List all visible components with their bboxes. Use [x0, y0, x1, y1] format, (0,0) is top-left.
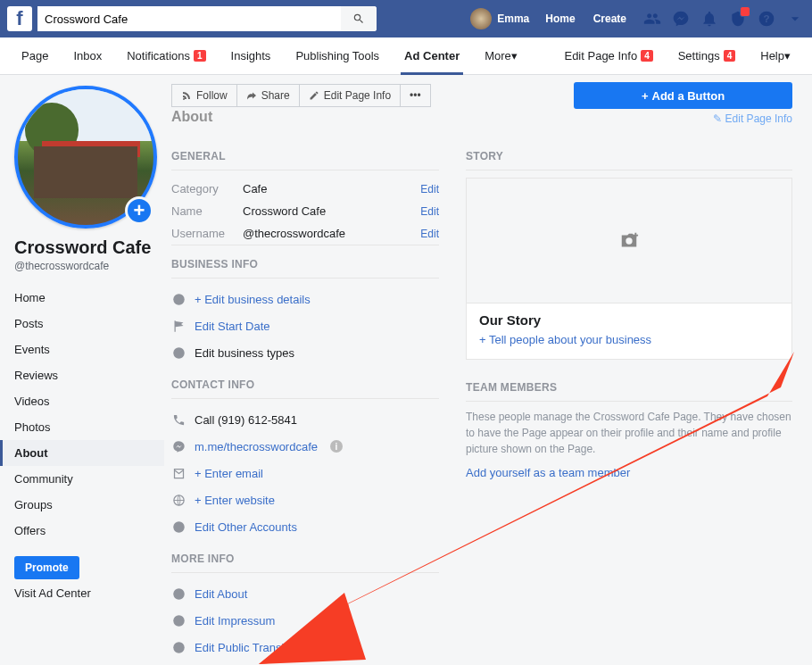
edit-transit-row[interactable]: Edit Public Transit — [171, 634, 439, 661]
nav-home[interactable]: Home — [536, 12, 584, 25]
menu-caret-icon[interactable] — [785, 9, 805, 29]
edit-about-row[interactable]: Edit About — [171, 580, 439, 607]
add-photo-icon[interactable]: + — [125, 196, 153, 225]
info-icon — [172, 614, 186, 628]
tab-inbox[interactable]: Inbox — [70, 37, 105, 75]
action-buttons: Follow Share Edit Page Info ••• — [171, 84, 431, 107]
rss-icon — [181, 90, 192, 101]
notifications-icon[interactable] — [700, 9, 719, 29]
leftnav-photos[interactable]: Photos — [0, 414, 164, 440]
more-heading: MORE INFO — [171, 553, 439, 565]
info-icon — [172, 293, 186, 306]
svg-point-8 — [173, 642, 185, 653]
tab-editpageinfo[interactable]: Edit Page Info4 — [560, 37, 656, 75]
info-icon — [172, 587, 186, 601]
tab-settings[interactable]: Settings4 — [675, 37, 740, 75]
mail-icon — [172, 467, 186, 480]
friends-icon[interactable] — [642, 9, 662, 29]
edit-name[interactable]: Edit — [420, 205, 439, 218]
help-icon[interactable]: ? — [757, 9, 776, 29]
add-a-button[interactable]: + Add a Button — [574, 82, 792, 109]
search-button[interactable] — [341, 6, 377, 31]
edit-business-types[interactable]: Edit business types — [171, 339, 439, 366]
story-title: Our Story — [479, 312, 779, 328]
edit-category[interactable]: Edit — [420, 183, 439, 195]
tab-adcenter[interactable]: Ad Center — [401, 37, 463, 75]
leftnav-groups[interactable]: Groups — [0, 492, 164, 518]
other-accounts-row[interactable]: Edit Other Accounts — [171, 513, 439, 540]
edit-username[interactable]: Edit — [420, 228, 439, 240]
leftnav-events[interactable]: Events — [0, 337, 164, 362]
follow-button[interactable]: Follow — [171, 84, 237, 107]
info-icon — [172, 346, 186, 360]
svg-point-5 — [173, 521, 185, 533]
leftnav-about[interactable]: About — [0, 440, 164, 466]
business-heading: BUSINESS INFO — [171, 258, 439, 270]
visit-ad-center-link[interactable]: Visit Ad Center — [14, 586, 91, 600]
page-title: Crossword Cafe — [14, 237, 157, 258]
pencil-icon — [309, 90, 319, 101]
row-username: Username @thecrosswordcafe Edit — [171, 222, 439, 245]
row-name: Name Crossword Cafe Edit — [171, 200, 439, 222]
accounts-icon — [172, 520, 186, 534]
svg-point-6 — [173, 588, 185, 600]
page-handle[interactable]: @thecrosswordcafe — [14, 260, 157, 272]
tab-help[interactable]: Help ▾ — [757, 37, 794, 75]
row-category: Category Cafe Edit — [171, 178, 439, 200]
flag-icon — [172, 320, 186, 333]
editpageinfo-count: 4 — [641, 50, 653, 62]
story-box: Our Story + Tell people about your busin… — [466, 178, 792, 360]
leftnav-videos[interactable]: Videos — [0, 388, 164, 414]
share-icon — [246, 90, 257, 101]
story-tell-link[interactable]: + Tell people about your business — [479, 333, 779, 346]
messenger-icon — [172, 440, 186, 453]
phone-row[interactable]: Call (919) 612-5841 — [171, 406, 439, 433]
general-heading: GENERAL — [171, 150, 439, 162]
globe-icon — [172, 494, 186, 507]
tab-publishing[interactable]: Publishing Tools — [292, 37, 383, 75]
messenger-row[interactable]: m.me/thecrosswordcafei — [171, 433, 439, 460]
team-description: These people manage the Crossword Cafe P… — [466, 409, 792, 457]
share-button[interactable]: Share — [237, 84, 300, 107]
email-row[interactable]: + Enter email — [171, 460, 439, 486]
leftnav-reviews[interactable]: Reviews — [0, 362, 164, 388]
leftnav-home[interactable]: Home — [0, 285, 164, 311]
svg-point-2 — [173, 294, 185, 305]
leftnav-offers[interactable]: Offers — [0, 518, 164, 544]
story-add-image[interactable] — [467, 179, 791, 303]
tab-page[interactable]: Page — [18, 37, 52, 75]
quick-help-icon[interactable] — [728, 9, 748, 29]
profile-link[interactable]: Emma — [463, 8, 536, 29]
edit-impressum-row[interactable]: Edit Impressum — [171, 607, 439, 634]
facebook-logo[interactable]: f — [7, 6, 32, 31]
nav-create[interactable]: Create — [584, 12, 635, 25]
edit-page-info-button[interactable]: Edit Page Info — [300, 84, 401, 107]
left-nav: HomePostsEventsReviewsVideosPhotosAboutC… — [0, 285, 164, 544]
main-column: Follow Share Edit Page Info ••• + Add a … — [164, 75, 812, 665]
tab-insights[interactable]: Insights — [228, 37, 275, 75]
svg-point-3 — [173, 347, 185, 359]
tab-notifications[interactable]: Notifications1 — [123, 37, 209, 75]
add-menu-row[interactable]: Add Menu — [171, 661, 439, 665]
info-icon — [172, 641, 186, 654]
promote-button[interactable]: Promote — [14, 556, 79, 579]
edit-business-details[interactable]: + Edit business details — [171, 286, 439, 312]
avatar — [470, 8, 492, 29]
edit-start-date[interactable]: Edit Start Date — [171, 312, 439, 339]
messages-icon[interactable] — [671, 9, 691, 29]
search-icon — [352, 12, 365, 25]
more-actions-button[interactable]: ••• — [401, 84, 431, 107]
leftnav-posts[interactable]: Posts — [0, 311, 164, 337]
website-row[interactable]: + Enter website — [171, 486, 439, 513]
team-add-link[interactable]: Add yourself as a team member — [466, 466, 792, 479]
profile-photo[interactable]: + — [14, 86, 157, 229]
search-input[interactable] — [37, 6, 341, 31]
tab-more[interactable]: More ▾ — [481, 37, 521, 75]
add-image-icon — [619, 231, 639, 251]
page-tabs: Page Inbox Notifications1 Insights Publi… — [0, 37, 812, 75]
settings-count: 4 — [724, 50, 736, 62]
contact-heading: CONTACT INFO — [171, 378, 439, 391]
search-box — [37, 6, 377, 31]
edit-page-info-link[interactable]: ✎ Edit Page Info — [713, 112, 792, 125]
leftnav-community[interactable]: Community — [0, 466, 164, 492]
